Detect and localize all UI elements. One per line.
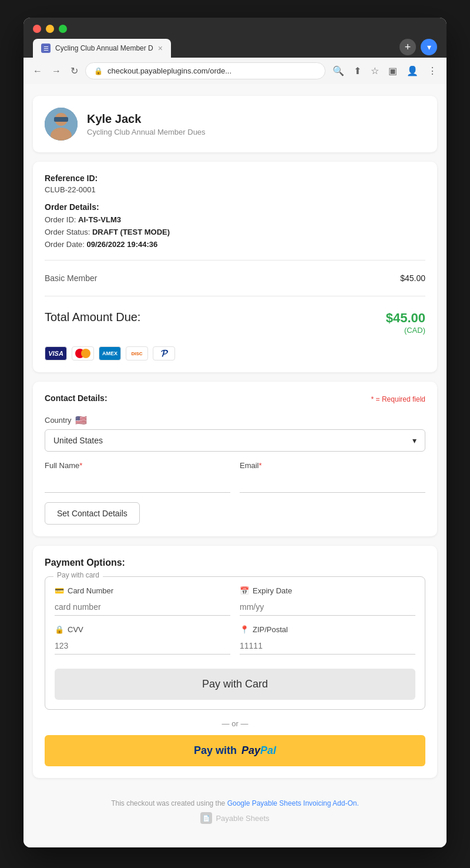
- total-amount: $45.00: [386, 311, 425, 326]
- reference-label: Reference ID:: [45, 173, 425, 183]
- contact-details-card: Contact Details: * = Required field Coun…: [33, 382, 437, 536]
- country-label: Country 🇺🇸: [45, 415, 425, 426]
- paypal-pay-text: Pay with: [194, 745, 237, 757]
- total-amount-wrap: $45.00 (CAD): [386, 311, 425, 335]
- total-row: Total Amount Due: $45.00 (CAD): [45, 303, 425, 338]
- bookmark-icon[interactable]: ☆: [368, 63, 381, 79]
- name-email-row: Full Name* Email*: [45, 461, 425, 493]
- line-item-name: Basic Member: [45, 273, 97, 283]
- reference-value: CLUB-22-0001: [45, 185, 425, 194]
- credit-card-icon: 💳: [55, 586, 64, 595]
- tab-favicon-icon: ☰: [41, 44, 51, 53]
- extensions-icon[interactable]: ▣: [386, 63, 400, 79]
- country-select[interactable]: United States ▾: [45, 429, 425, 452]
- traffic-lights: [33, 25, 437, 33]
- card-number-input[interactable]: [55, 599, 230, 616]
- footer-link[interactable]: Google Payable Sheets Invoicing Add-On.: [227, 799, 359, 807]
- page-content: Kyle Jack Cycling Club Annual Member Due…: [24, 84, 446, 847]
- back-button[interactable]: ←: [31, 64, 45, 79]
- us-flag-icon: 🇺🇸: [75, 415, 87, 426]
- reload-button[interactable]: ↻: [68, 63, 80, 79]
- profile-name: Kyle Jack: [87, 112, 206, 126]
- details-label: Order Details:: [45, 202, 425, 212]
- profile-card: Kyle Jack Cycling Club Annual Member Due…: [33, 96, 437, 152]
- card-fields: 💳 Card Number 📅 Expiry Date: [55, 586, 415, 655]
- amex-logo: AMEX: [99, 346, 121, 360]
- minimize-button[interactable]: [46, 25, 54, 33]
- share-icon[interactable]: ⬆: [351, 63, 364, 79]
- avatar: [45, 108, 78, 141]
- cvv-input[interactable]: [55, 637, 230, 655]
- profile-icon[interactable]: 👤: [404, 63, 421, 79]
- pay-with-card-button[interactable]: Pay with Card: [55, 669, 415, 700]
- profile-info: Kyle Jack Cycling Club Annual Member Due…: [87, 112, 206, 136]
- mastercard-logo: [72, 346, 94, 360]
- browser-titlebar: ☰ Cycling Club Annual Member D × + ▾: [24, 18, 446, 58]
- maximize-button[interactable]: [59, 25, 67, 33]
- payment-title: Payment Options:: [45, 557, 425, 568]
- menu-icon[interactable]: ⋮: [425, 63, 439, 79]
- lock-icon: 🔒: [55, 625, 64, 634]
- full-name-input[interactable]: [45, 473, 230, 493]
- ssl-lock-icon: 🔒: [94, 67, 103, 75]
- footer-brand: 📄 Payable Sheets: [45, 812, 425, 824]
- tab-dropdown-button[interactable]: ▾: [421, 39, 437, 55]
- order-status: DRAFT (TEST MODE): [92, 228, 170, 236]
- profile-subtitle: Cycling Club Annual Member Dues: [87, 128, 206, 136]
- tab-title: Cycling Club Annual Member D: [55, 44, 153, 52]
- browser-toolbar: ← → ↻ 🔒 checkout.payableplugins.com/orde…: [24, 58, 446, 84]
- total-currency: (CAD): [386, 326, 425, 335]
- visa-logo: VISA: [45, 346, 67, 360]
- close-button[interactable]: [33, 25, 41, 33]
- required-note: * = Required field: [371, 395, 425, 403]
- pay-with-paypal-button[interactable]: Pay with PayPal: [45, 735, 425, 766]
- svg-rect-3: [54, 117, 68, 122]
- order-id: AI-TS-VLM3: [78, 215, 121, 224]
- paypal-small-logo: 𝓟: [153, 346, 175, 360]
- chevron-down-icon: ▾: [412, 436, 417, 445]
- active-tab[interactable]: ☰ Cycling Club Annual Member D ×: [33, 39, 171, 58]
- payment-options-card: Payment Options: Pay with card 💳 Card Nu…: [33, 546, 437, 778]
- pay-with-card-box: Pay with card 💳 Card Number 📅 Expiry Dat…: [45, 576, 425, 710]
- line-item-price: $45.00: [400, 273, 425, 283]
- browser-window: ☰ Cycling Club Annual Member D × + ▾ ← →…: [24, 18, 446, 847]
- country-row: Country 🇺🇸 United States ▾: [45, 415, 425, 452]
- discover-logo: DISC: [126, 346, 148, 360]
- search-icon[interactable]: 🔍: [330, 63, 347, 79]
- tab-controls: + ▾: [400, 39, 437, 58]
- zip-field: 📍 ZIP/Postal: [240, 625, 415, 655]
- card-number-field: 💳 Card Number: [55, 586, 230, 616]
- email-input[interactable]: [240, 473, 425, 493]
- or-divider: — or —: [45, 719, 425, 728]
- expiry-input[interactable]: [240, 599, 415, 616]
- toolbar-icons: 🔍 ⬆ ☆ ▣ 👤 ⋮: [330, 63, 439, 79]
- payment-logos: VISA AMEX DISC 𝓟: [45, 346, 425, 360]
- set-contact-button[interactable]: Set Contact Details: [45, 502, 140, 525]
- full-name-field: Full Name*: [45, 461, 230, 493]
- url-text: checkout.payableplugins.com/orde...: [108, 66, 317, 75]
- paypal-brand-text: PayPal: [241, 745, 276, 757]
- email-required: *: [259, 461, 262, 470]
- order-details-card: Reference ID: CLUB-22-0001 Order Details…: [33, 162, 437, 372]
- tab-close-icon[interactable]: ×: [158, 44, 163, 53]
- contact-title: Contact Details:: [45, 393, 108, 403]
- full-name-required: *: [79, 461, 82, 470]
- new-tab-button[interactable]: +: [400, 39, 416, 55]
- total-label: Total Amount Due:: [45, 311, 140, 324]
- order-info: Order ID: AI-TS-VLM3 Order Status: DRAFT…: [45, 214, 425, 251]
- line-item-row: Basic Member $45.00: [45, 268, 425, 289]
- location-icon: 📍: [240, 625, 249, 634]
- cvv-field: 🔒 CVV: [55, 625, 230, 655]
- payable-sheets-icon: 📄: [200, 812, 212, 824]
- order-date: 09/26/2022 19:44:36: [87, 240, 158, 249]
- contact-header: Contact Details: * = Required field: [45, 393, 425, 405]
- forward-button[interactable]: →: [49, 64, 63, 79]
- email-field: Email*: [240, 461, 425, 493]
- expiry-date-field: 📅 Expiry Date: [240, 586, 415, 616]
- zip-input[interactable]: [240, 637, 415, 655]
- footer: This checkout was created using the Goog…: [33, 787, 437, 836]
- pay-with-card-label: Pay with card: [53, 571, 103, 579]
- tab-bar: ☰ Cycling Club Annual Member D × + ▾: [33, 39, 437, 58]
- address-bar[interactable]: 🔒 checkout.payableplugins.com/orde...: [85, 62, 325, 79]
- calendar-icon: 📅: [240, 586, 249, 595]
